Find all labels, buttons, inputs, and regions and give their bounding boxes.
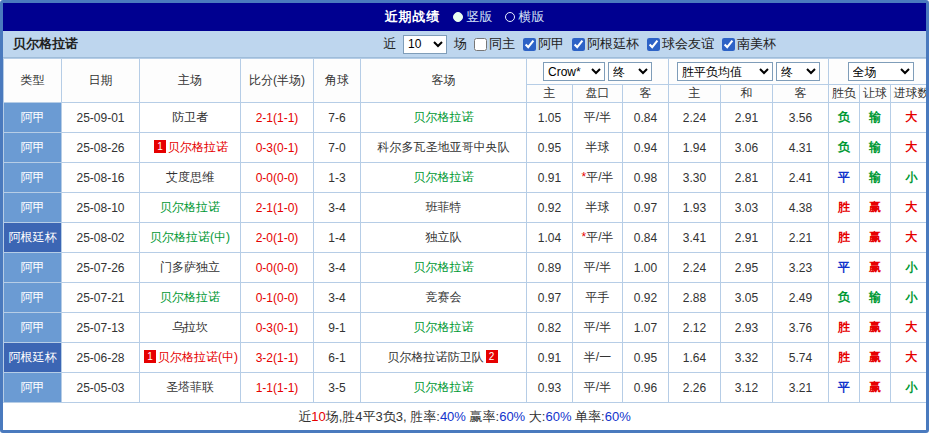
away-team-name[interactable]: 贝尔格拉诺 [414,320,474,334]
avg-home-cell: 2.12 [669,313,721,343]
score-cell: 0-1(0-0) [241,283,314,313]
filter-checkbox-item[interactable]: 南美杯 [722,35,776,53]
away-team-name[interactable]: 独立队 [426,230,462,244]
radio-icon[interactable] [505,12,515,22]
summary-bar: 近10场,胜4平3负3, 胜率:40% 赢率:60% 大:60% 单率:60% [3,403,926,430]
score-cell: 0-0(0-0) [241,253,314,283]
filter-checkbox[interactable] [523,38,536,51]
radio-label: 横版 [519,8,545,26]
home-team-name[interactable]: 贝尔格拉诺 [160,290,220,304]
filter-checkbox[interactable] [572,38,585,51]
avg-type-select[interactable]: 胜平负均值 [677,62,773,81]
summary-segment: 10 [311,409,325,424]
score-cell: 2-1(1-0) [241,193,314,223]
filter-checkbox[interactable] [722,38,735,51]
odds-away-cell: 0.94 [623,133,669,163]
version-radio-option[interactable]: 竖版 [453,8,493,26]
match-row: 阿根廷杯25-06-281贝尔格拉诺(中)3-2(1-1)6-1贝尔格拉诺防卫队… [4,343,929,373]
home-team-name[interactable]: 防卫者 [172,110,208,124]
avg-draw-cell: 3.32 [721,343,773,373]
filter-checkbox-label: 阿甲 [538,35,564,53]
league-filters: 同主阿甲阿根廷杯球会友谊南美杯 [474,35,776,53]
home-team-name[interactable]: 贝尔格拉诺 [160,200,220,214]
home-team-name[interactable]: 圣塔菲联 [166,380,214,394]
handicap-text: 平/半 [586,170,613,184]
home-team-name[interactable]: 贝尔格拉诺(中) [158,350,238,364]
home-team-name[interactable]: 艾度思维 [166,170,214,184]
handicap-cell: 半球 [573,193,623,223]
league-type-cell: 阿甲 [4,163,62,193]
avg-group-header: 胜平负均值 终 [669,59,829,85]
avg-away-cell: 5.74 [773,343,829,373]
league-type-cell: 阿根廷杯 [4,223,62,253]
away-team-name[interactable]: 贝尔格拉诺 [414,380,474,394]
match-count-select[interactable]: 10 [403,35,447,54]
avg-home-cell: 1.93 [669,193,721,223]
odds-away-cell: 0.92 [623,283,669,313]
filter-checkbox[interactable] [474,38,487,51]
home-team-name[interactable]: 贝尔格拉诺 [168,140,228,154]
result-wdl-cell: 胜 [829,343,860,373]
avg-final-select[interactable]: 终 [776,62,820,81]
odds-company-select[interactable]: Crow* [543,62,605,81]
handicap-cell: 半/一 [573,343,623,373]
corners-cell: 7-6 [314,103,361,133]
handicap-text: 平/半 [584,110,611,124]
subcol-avg-home: 主 [669,85,721,103]
away-team-name[interactable]: 科尔多瓦圣地亚哥中央队 [378,140,510,154]
away-team-name[interactable]: 贝尔格拉诺 [414,110,474,124]
result-handicap-cell: 赢 [860,253,891,283]
filter-checkbox-item[interactable]: 球会友谊 [647,35,714,53]
avg-draw-cell: 3.03 [721,193,773,223]
filter-checkbox[interactable] [647,38,660,51]
home-team-name[interactable]: 乌拉坎 [172,320,208,334]
avg-draw-cell: 3.12 [721,373,773,403]
result-handicap-cell: 赢 [860,343,891,373]
away-team-cell: 独立队 [361,223,527,253]
filter-checkbox-item[interactable]: 同主 [474,35,515,53]
handicap-text: 半球 [586,200,610,214]
corners-cell: 6-1 [314,343,361,373]
filter-checkbox-item[interactable]: 阿根廷杯 [572,35,639,53]
subcol-result-wdl: 胜负 [829,85,860,103]
red-card-badge: 1 [144,350,156,363]
odds-home-cell: 0.91 [527,163,573,193]
score-cell: 0-3(0-1) [241,313,314,343]
home-team-name[interactable]: 贝尔格拉诺(中) [150,230,230,244]
odds-away-cell: 0.95 [623,343,669,373]
away-team-name[interactable]: 贝尔格拉诺 [414,170,474,184]
avg-away-cell: 2.21 [773,223,829,253]
result-goals-cell: 小 [891,253,929,283]
summary-segment: 60% [605,409,631,424]
filter-checkbox-item[interactable]: 阿甲 [523,35,564,53]
away-team-name[interactable]: 贝尔格拉诺 [414,260,474,274]
odds-home-cell: 0.91 [527,343,573,373]
version-radio-option[interactable]: 横版 [505,8,545,26]
away-team-name[interactable]: 班菲特 [426,200,462,214]
away-team-name[interactable]: 贝尔格拉诺防卫队 [388,350,484,364]
away-team-cell: 贝尔格拉诺防卫队2 [361,343,527,373]
avg-home-cell: 1.94 [669,133,721,163]
handicap-text: 平/半 [584,260,611,274]
filter-bar: 贝尔格拉诺 近 10 场 同主阿甲阿根廷杯球会友谊南美杯 [3,31,926,58]
home-team-name[interactable]: 门多萨独立 [160,260,220,274]
match-row: 阿甲25-07-26门多萨独立0-0(0-0)3-4贝尔格拉诺0.89平/半1.… [4,253,929,283]
away-team-cell: 贝尔格拉诺 [361,373,527,403]
odds-home-cell: 0.82 [527,313,573,343]
odds-home-cell: 0.93 [527,373,573,403]
avg-away-cell: 3.21 [773,373,829,403]
match-date-cell: 25-07-13 [62,313,140,343]
avg-draw-cell: 2.81 [721,163,773,193]
result-goals-cell: 小 [891,163,929,193]
scope-select[interactable]: 全场 [848,62,914,81]
result-handicap-cell: 输 [860,133,891,163]
match-date-cell: 25-06-28 [62,343,140,373]
avg-away-cell: 2.41 [773,163,829,193]
radio-icon[interactable] [453,12,463,22]
away-team-name[interactable]: 竞赛会 [426,290,462,304]
handicap-cell: 平手 [573,283,623,313]
result-goals-cell: 大 [891,193,929,223]
subcol-avg-away: 客 [773,85,829,103]
league-type-cell: 阿甲 [4,373,62,403]
odds-final-select[interactable]: 终 [608,62,652,81]
